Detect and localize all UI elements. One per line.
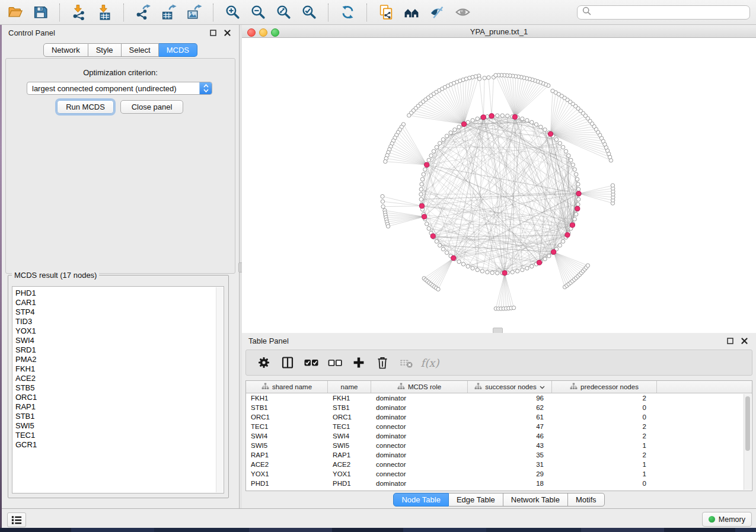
table-scrollbar-thumb[interactable] bbox=[745, 396, 750, 451]
graph-node[interactable] bbox=[554, 137, 558, 141]
graph-node[interactable] bbox=[420, 177, 424, 181]
graph-node[interactable] bbox=[561, 145, 564, 149]
graph-node-dominator[interactable] bbox=[512, 114, 517, 119]
graph-node[interactable] bbox=[419, 197, 423, 201]
graph-node-dominator[interactable] bbox=[425, 162, 429, 167]
graph-node[interactable] bbox=[441, 137, 445, 141]
table-row[interactable]: SWI4SWI4dominator462 bbox=[246, 431, 752, 441]
table-row[interactable]: STB1STB1dominator620 bbox=[246, 403, 752, 412]
graph-node[interactable] bbox=[539, 125, 543, 129]
graph-node[interactable] bbox=[476, 268, 479, 271]
task-history-button[interactable] bbox=[7, 512, 26, 527]
graph-node[interactable] bbox=[586, 264, 589, 267]
graph-node-dominator[interactable] bbox=[537, 260, 541, 265]
tab-node-table[interactable]: Node Table bbox=[393, 493, 449, 507]
zoom-selected-icon[interactable] bbox=[300, 4, 318, 21]
search-box[interactable] bbox=[577, 5, 750, 20]
graph-node[interactable] bbox=[500, 114, 504, 117]
graph-node[interactable] bbox=[494, 73, 497, 77]
graph-node[interactable] bbox=[486, 270, 489, 274]
graph-node-dominator[interactable] bbox=[451, 256, 456, 261]
tab-motifs[interactable]: Motifs bbox=[568, 493, 605, 507]
mcds-result-item[interactable]: TEC1 bbox=[15, 431, 224, 440]
graph-node[interactable] bbox=[457, 125, 461, 129]
column-header-predecessor-nodes[interactable]: predecessor nodes bbox=[552, 381, 657, 393]
graph-node-dominator[interactable] bbox=[565, 232, 570, 237]
mcds-result-item[interactable]: ACE2 bbox=[15, 374, 224, 383]
graph-node[interactable] bbox=[573, 168, 576, 171]
select-all-icon[interactable] bbox=[303, 354, 320, 371]
graph-node[interactable] bbox=[573, 217, 576, 221]
graph-node[interactable] bbox=[477, 77, 481, 81]
graph-node[interactable] bbox=[457, 260, 461, 264]
graph-node[interactable] bbox=[543, 128, 547, 132]
graph-node-dominator[interactable] bbox=[548, 132, 553, 136]
graph-node[interactable] bbox=[427, 158, 430, 162]
graph-node-dominator[interactable] bbox=[576, 191, 581, 196]
graph-node[interactable] bbox=[561, 239, 564, 243]
graph-node[interactable] bbox=[490, 271, 494, 274]
run-mcds-button[interactable]: Run MCDS bbox=[57, 100, 114, 114]
first-neighbors-icon[interactable] bbox=[403, 4, 420, 21]
open-file-icon[interactable] bbox=[6, 4, 24, 21]
float-panel-icon[interactable] bbox=[208, 28, 218, 38]
graph-node[interactable] bbox=[419, 187, 423, 191]
gear-icon[interactable] bbox=[256, 354, 272, 371]
mcds-result-item[interactable]: RAP1 bbox=[15, 402, 224, 412]
mcds-result-item[interactable]: CAR1 bbox=[15, 298, 224, 307]
mcds-list-scrollbar[interactable] bbox=[216, 287, 223, 492]
column-header-mcds-role[interactable]: MCDS role bbox=[371, 381, 468, 393]
graph-node[interactable] bbox=[435, 145, 438, 149]
tab-select[interactable]: Select bbox=[122, 43, 159, 57]
graph-node-dominator[interactable] bbox=[551, 249, 556, 254]
import-table-icon[interactable] bbox=[95, 4, 113, 21]
graph-node[interactable] bbox=[436, 287, 440, 291]
graph-node[interactable] bbox=[420, 182, 423, 186]
mcds-result-item[interactable]: STP4 bbox=[15, 307, 224, 317]
graph-node[interactable] bbox=[453, 128, 457, 132]
graph-node[interactable] bbox=[525, 118, 529, 122]
graph-node[interactable] bbox=[567, 154, 570, 158]
graph-node[interactable] bbox=[534, 123, 538, 126]
tab-network[interactable]: Network bbox=[43, 43, 88, 57]
graph-node[interactable] bbox=[521, 268, 524, 271]
graph-node[interactable] bbox=[521, 117, 524, 120]
graph-node[interactable] bbox=[564, 149, 567, 153]
graph-node[interactable] bbox=[551, 89, 554, 92]
select-stepper-icon[interactable] bbox=[199, 82, 212, 94]
graph-node[interactable] bbox=[525, 267, 529, 270]
graph-node[interactable] bbox=[476, 117, 479, 120]
graph-node[interactable] bbox=[384, 159, 387, 163]
graph-node[interactable] bbox=[611, 184, 614, 187]
mcds-result-item[interactable]: PHD1 bbox=[15, 289, 224, 298]
graph-node[interactable] bbox=[427, 227, 430, 230]
graph-node[interactable] bbox=[543, 257, 547, 261]
table-row[interactable]: RAP1RAP1dominator352 bbox=[246, 450, 752, 460]
import-network-icon[interactable] bbox=[70, 4, 88, 21]
graph-node[interactable] bbox=[577, 187, 580, 191]
mcds-result-item[interactable]: ORC1 bbox=[15, 393, 224, 402]
close-panel-icon[interactable] bbox=[222, 28, 232, 38]
graph-node[interactable] bbox=[381, 194, 384, 198]
graph-node[interactable] bbox=[441, 247, 445, 251]
graph-node-dominator[interactable] bbox=[430, 233, 435, 238]
table-row[interactable]: ACE2ACE2connector311 bbox=[246, 460, 752, 469]
graph-node-dominator[interactable] bbox=[419, 204, 424, 209]
delete-column-icon[interactable] bbox=[374, 354, 391, 371]
graph-node[interactable] bbox=[423, 168, 427, 171]
mcds-result-item[interactable]: STB5 bbox=[15, 383, 224, 393]
mcds-result-item[interactable]: STB1 bbox=[15, 412, 224, 421]
mcds-result-list[interactable]: PHD1CAR1STP4TID3YOX1SWI4SRD1PMA2FKH1ACE2… bbox=[12, 286, 224, 493]
save-session-icon[interactable] bbox=[31, 4, 49, 21]
graph-node[interactable] bbox=[386, 225, 390, 228]
tab-network-table[interactable]: Network Table bbox=[503, 493, 568, 507]
table-row[interactable]: YOX1YOX1connector291 bbox=[246, 469, 752, 479]
refresh-icon[interactable] bbox=[339, 4, 356, 21]
column-header-name[interactable]: name bbox=[328, 381, 371, 393]
graph-node[interactable] bbox=[425, 222, 429, 226]
graph-node-dominator[interactable] bbox=[575, 206, 580, 211]
float-panel-icon[interactable] bbox=[725, 336, 735, 346]
graph-node[interactable] bbox=[461, 262, 465, 266]
network-canvas[interactable] bbox=[242, 38, 756, 333]
graph-node-dominator[interactable] bbox=[502, 271, 507, 275]
